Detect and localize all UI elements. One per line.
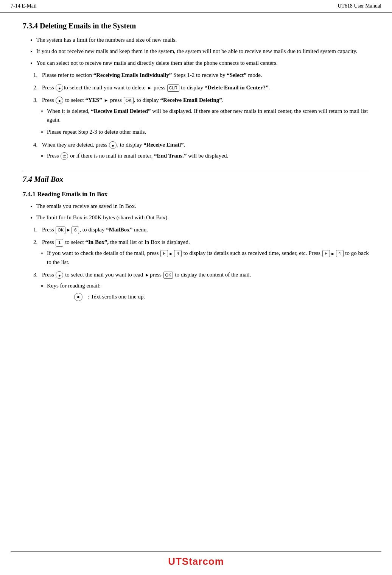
step-1: 1. Please refer to section “Receiving Em… <box>33 70 369 80</box>
header-right: UT618 User Manual <box>338 3 381 9</box>
step-7-4-1-2: 2. Press 1 to select “In Box”, the mail … <box>33 238 369 267</box>
arrow-icon-6: ► <box>145 272 149 279</box>
key-4-2: 4 <box>336 250 344 257</box>
section-7-4-1-bullet-1: The emails you receive are saved in In B… <box>36 202 369 211</box>
step-3-sub: When it is deleted, “Receive Email Delet… <box>47 107 369 137</box>
arrow-icon-3: ► <box>66 227 71 234</box>
scroll-keys-row: ● : Text scrolls one line up. <box>73 292 369 301</box>
key-scroll-line-up: ● <box>74 293 82 301</box>
section-7-3-4-title: 7.3.4 Deleting Emails in the System <box>23 22 369 30</box>
step-3: 3. Press ● to select “YES” ► press OK, t… <box>33 95 369 137</box>
bullet-2: If you do not receive new mails and keep… <box>36 47 369 56</box>
header-left: 7-14 E-Mail <box>11 3 37 9</box>
section-7-3-4-bullets: The system has a limit for the numbers a… <box>36 36 369 67</box>
key-1: 1 <box>56 239 63 247</box>
main-content: 7.3.4 Deleting Emails in the System The … <box>0 12 392 327</box>
logo-ut: UT <box>168 556 182 567</box>
key-4: 4 <box>174 250 182 257</box>
key-ok-2: OK <box>56 227 65 234</box>
logo-starcom: Starcom <box>182 556 224 567</box>
step-4: 4. When they are deleted, press ●, to di… <box>33 140 369 160</box>
section-7-4-1-steps: 1. Press OK►6, to display “MailBox” menu… <box>33 225 369 301</box>
step-7-4-1-2-text: Press 1 to select “In Box”, the mail lis… <box>42 239 190 245</box>
arrow-icon-4: ► <box>169 250 173 258</box>
key-scroll-up: ● <box>56 84 63 92</box>
step-7-4-1-2-num: 2. <box>33 239 37 245</box>
step-3-sub-1: When it is deleted, “Receive Email Delet… <box>47 107 369 125</box>
key-6: 6 <box>72 227 79 234</box>
key-phone: ✆ <box>61 152 68 160</box>
step-7-4-1-3-num: 3. <box>33 272 37 278</box>
step-2-text: Press ●to select the mail you want to de… <box>42 84 270 91</box>
step-7-4-1-3-sub-1: Keys for reading email: ● : Text scrolls… <box>47 281 369 302</box>
step-4-sub: Press ✆ or if there is no mail in email … <box>47 152 369 160</box>
page-header: 7-14 E-Mail UT618 User Manual <box>0 0 392 12</box>
step-3-sub-2: Please repeat Step 2-3 to delete other m… <box>47 128 369 136</box>
step-4-text: When they are deleted, press ●, to displ… <box>42 142 185 148</box>
section-7-3-4-steps: 1. Please refer to section “Receiving Em… <box>33 70 369 160</box>
footer-logo: UTStarcom <box>168 556 224 567</box>
key-select-3: ● <box>56 271 63 279</box>
scroll-text: : Text scrolls one line up. <box>88 292 145 301</box>
step-7-4-1-3-sub: Keys for reading email: ● : Text scrolls… <box>47 281 369 302</box>
footer-line <box>11 552 381 552</box>
key-f: F <box>160 250 168 257</box>
key-select: ● <box>56 97 63 104</box>
step-2: 2. Press ●to select the mail you want to… <box>33 83 369 92</box>
key-ok-3: OK <box>163 272 173 279</box>
step-2-num: 2. <box>33 84 37 91</box>
step-1-text: Please refer to section “Receiving Email… <box>42 72 262 78</box>
key-clr: CLR <box>167 84 179 92</box>
arrow-icon-2: ► <box>104 97 108 104</box>
step-1-num: 1. <box>33 72 37 78</box>
key-deleted: ● <box>109 141 117 149</box>
bullet-3: You can select not to receive new mails … <box>36 59 369 67</box>
section-7-4-1-title: 7.4.1 Reading Emails in In Box <box>23 191 369 198</box>
step-7-4-1-1: 1. Press OK►6, to display “MailBox” menu… <box>33 225 369 234</box>
step-4-sub-1: Press ✆ or if there is no mail in email … <box>47 152 369 160</box>
section-7-4-1-bullets: The emails you receive are saved in In B… <box>36 202 369 222</box>
step-7-4-1-2-sub-1: If you want to check the details of the … <box>47 249 369 267</box>
step-7-4-1-1-num: 1. <box>33 227 37 233</box>
section-7-4-title: 7.4 Mail Box <box>23 175 369 184</box>
section-7-4-1-bullet-2: The limit for In Box is 200K bytes (shar… <box>36 213 369 222</box>
step-7-4-1-1-text: Press OK►6, to display “MailBox” menu. <box>42 227 148 233</box>
step-7-4-1-3-text: Press ● to select the mail you want to r… <box>42 272 251 278</box>
step-3-text: Press ● to select “YES” ► press OK, to d… <box>42 97 224 103</box>
arrow-icon: ► <box>147 84 152 92</box>
key-f-2: F <box>322 250 330 257</box>
arrow-icon-5: ► <box>331 250 335 258</box>
section-divider <box>23 171 369 171</box>
key-ok: OK <box>124 97 134 105</box>
step-7-4-1-3: 3. Press ● to select the mail you want t… <box>33 270 369 302</box>
step-7-4-1-2-sub: If you want to check the details of the … <box>47 249 369 267</box>
page-footer: UTStarcom <box>0 552 392 567</box>
step-3-num: 3. <box>33 97 37 103</box>
step-4-num: 4. <box>33 142 37 148</box>
bullet-1: The system has a limit for the numbers a… <box>36 36 369 44</box>
